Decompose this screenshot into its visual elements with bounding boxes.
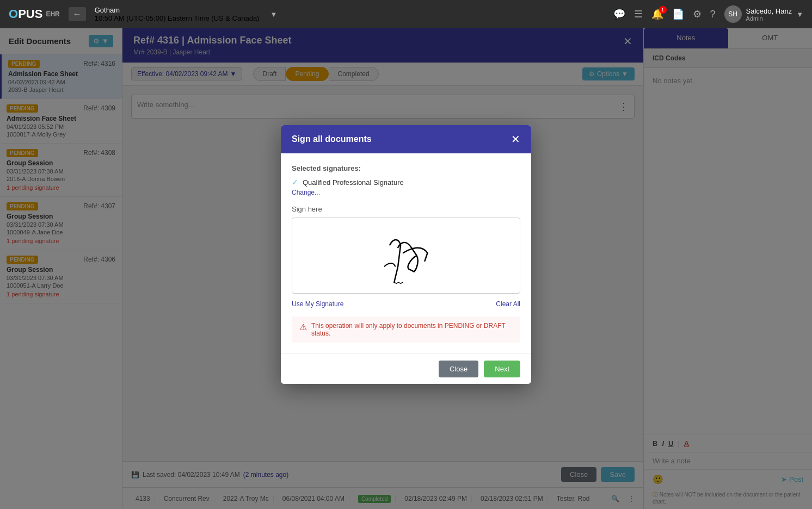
back-button[interactable]: ← bbox=[69, 7, 86, 21]
user-role: Admin bbox=[746, 15, 792, 22]
navbar: OPUS EHR ← Gotham 10:50 AM (UTC-05:00) E… bbox=[0, 0, 812, 28]
sign-here-label: Sign here bbox=[292, 205, 520, 213]
navbar-icons: 💬 ☰ 🔔 1 📄 ⚙ ? SH Salcedo, Hanz Admin ▼ bbox=[613, 5, 803, 23]
modal-next-button[interactable]: Next bbox=[484, 361, 520, 377]
warning-text: This operation will only apply to docume… bbox=[311, 322, 513, 337]
warning-icon: ⚠ bbox=[299, 322, 307, 332]
user-menu[interactable]: SH Salcedo, Hanz Admin ▼ bbox=[724, 5, 803, 23]
settings-icon[interactable]: ⚙ bbox=[693, 8, 702, 20]
warning-message: ⚠ This operation will only apply to docu… bbox=[292, 316, 520, 343]
sign-all-documents-modal: Sign all documents ✕ Selected signatures… bbox=[281, 125, 531, 384]
clear-all-link[interactable]: Clear All bbox=[496, 300, 520, 308]
location-name: Gotham bbox=[95, 6, 260, 14]
signature-drawing bbox=[292, 218, 520, 293]
signature-name: Qualified Professional Signature bbox=[303, 178, 404, 187]
app-logo: OPUS EHR bbox=[9, 7, 60, 21]
signature-actions: Use My Signature Clear All bbox=[292, 300, 520, 308]
use-my-signature-link[interactable]: Use My Signature bbox=[292, 300, 343, 308]
modal-header: Sign all documents ✕ bbox=[281, 125, 531, 153]
user-dropdown-icon[interactable]: ▼ bbox=[796, 10, 803, 18]
ehr-label: EHR bbox=[46, 10, 59, 18]
modal-footer: Close Next bbox=[281, 353, 531, 384]
signature-check: ✓ Qualified Professional Signature bbox=[292, 178, 520, 187]
logo-text: OPUS bbox=[9, 7, 42, 21]
location-arrow-icon[interactable]: ▼ bbox=[270, 10, 277, 18]
chat-icon[interactable]: 💬 bbox=[613, 8, 625, 20]
modal-body: Selected signatures: ✓ Qualified Profess… bbox=[281, 153, 531, 353]
user-avatar: SH bbox=[724, 5, 742, 23]
checkmark-icon: ✓ bbox=[292, 178, 298, 187]
notification-badge: 1 bbox=[659, 6, 667, 14]
logo-o: O bbox=[9, 7, 18, 21]
change-link[interactable]: Change... bbox=[292, 189, 520, 196]
navbar-time: 10:50 AM (UTC-05:00) Eastern Time (US & … bbox=[95, 14, 260, 22]
selected-sigs-label: Selected signatures: bbox=[292, 164, 520, 172]
modal-close-x-button[interactable]: ✕ bbox=[511, 133, 520, 146]
modal-title: Sign all documents bbox=[292, 134, 372, 144]
help-icon[interactable]: ? bbox=[710, 9, 716, 20]
user-name: Salcedo, Hanz bbox=[746, 7, 792, 15]
signature-canvas[interactable] bbox=[292, 218, 520, 294]
notification-icon[interactable]: 🔔 1 bbox=[651, 8, 663, 20]
document-icon[interactable]: 📄 bbox=[672, 8, 684, 20]
modal-close-button[interactable]: Close bbox=[439, 361, 478, 377]
navbar-location: Gotham 10:50 AM (UTC-05:00) Eastern Time… bbox=[95, 6, 260, 22]
table-icon[interactable]: ☰ bbox=[634, 8, 643, 20]
